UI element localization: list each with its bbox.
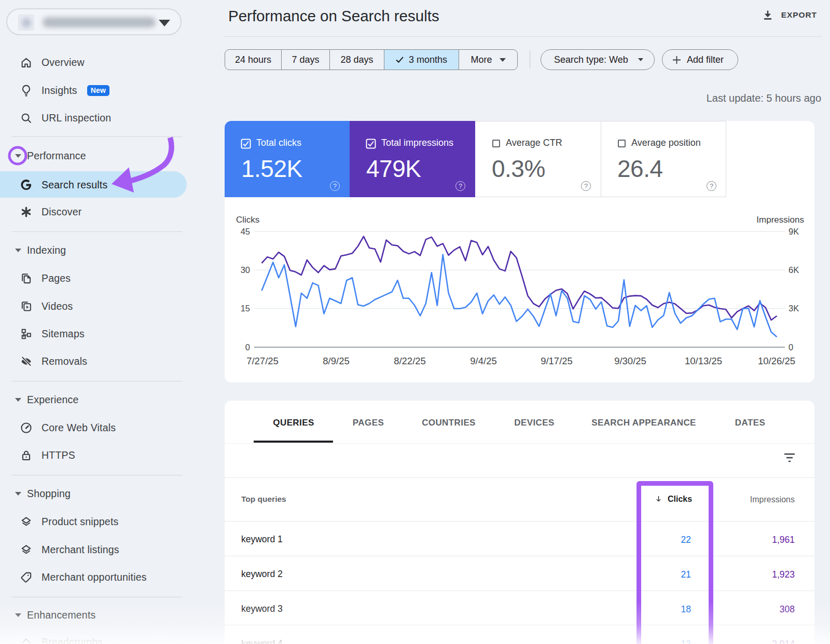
svg-text:9/4/25: 9/4/25 [470,355,496,366]
svg-text:45: 45 [241,227,250,236]
svg-text:15: 15 [241,304,250,313]
svg-text:Impressions: Impressions [756,215,804,225]
svg-text:0: 0 [245,342,250,352]
svg-text:7/27/25: 7/27/25 [246,355,279,366]
svg-text:10/13/25: 10/13/25 [685,355,722,366]
svg-text:0: 0 [789,342,793,352]
svg-text:8/9/25: 8/9/25 [323,355,349,366]
svg-text:30: 30 [241,265,250,275]
svg-text:Clicks: Clicks [236,215,259,225]
svg-text:9K: 9K [789,227,799,236]
svg-text:8/22/25: 8/22/25 [394,355,426,366]
svg-text:6K: 6K [789,265,799,275]
svg-text:9/17/25: 9/17/25 [541,355,573,366]
svg-text:3K: 3K [789,304,799,313]
svg-text:10/26/25: 10/26/25 [758,355,795,366]
svg-text:9/30/25: 9/30/25 [614,355,646,366]
